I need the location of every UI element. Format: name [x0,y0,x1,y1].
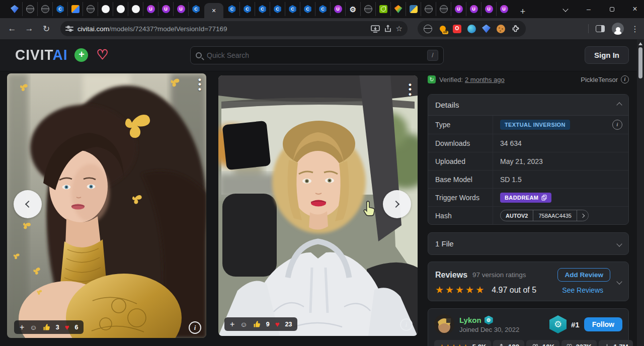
forward-button[interactable]: → [22,22,36,36]
url-text[interactable]: civitai.com/models/72437?modelVersionId=… [77,25,367,33]
emoji-icon[interactable]: ☺ [240,320,247,328]
reaction-bar[interactable]: + ☺ 9 ♥ 23 [224,317,297,331]
pinned-tab-civitai-icon[interactable]: C [285,2,300,16]
pinned-tab-github-icon[interactable] [113,2,128,16]
image-menu-icon[interactable]: ••• [198,77,201,92]
pinned-tab-globe-icon[interactable] [421,2,436,16]
copy-icon[interactable] [541,195,547,201]
restore-button[interactable] [608,5,616,13]
carousel-next-button[interactable] [383,190,411,218]
thumbs-up-icon[interactable] [253,320,261,328]
browser-menu-icon[interactable]: ⋮ [631,24,639,34]
page-scrollbar[interactable] [637,39,644,346]
reload-button[interactable]: ↻ [39,22,53,36]
install-icon[interactable] [371,25,380,33]
sign-in-button[interactable]: Sign In [585,46,629,64]
active-tab-close-icon[interactable]: × [204,3,223,18]
hash-pill[interactable]: AUTOV2 758AAC4435 [500,210,589,221]
civitai-logo[interactable]: CIVITAI [15,47,67,63]
pinned-tab-u-purple-icon[interactable]: U [173,2,188,16]
trigger-word-badge[interactable]: BADDREAM [500,193,551,203]
thumbs-up-icon[interactable] [43,323,50,331]
format-info-icon[interactable] [621,75,629,83]
pinned-tab-civitai-icon[interactable]: C [255,2,270,16]
reaction-bar[interactable]: + ☺ 3 ♥ 6 [14,320,84,334]
scrollbar-thumb[interactable] [638,47,642,78]
pinned-tab-civitai-icon[interactable]: C [52,2,67,16]
files-accordion[interactable]: 1 File [428,232,629,255]
favorites-heart-icon[interactable]: ♡ [96,48,108,62]
quick-search[interactable]: / [190,46,444,64]
flame-off-extension-icon[interactable] [438,25,447,33]
pinned-tab-u-purple-icon[interactable]: U [481,2,496,16]
image-info-icon[interactable] [189,321,201,334]
pinned-tab-u-purple-icon[interactable]: U [330,2,345,16]
site-info-icon[interactable] [65,26,73,32]
pinned-tab-globe-icon[interactable] [22,2,37,16]
heart-icon[interactable]: ♥ [65,323,69,331]
pinned-tab-civitai-icon[interactable]: C [315,2,330,16]
image-info-icon[interactable] [400,318,413,331]
detail-row-type: Type TEXTUAL INVERSION [428,116,628,134]
pinned-tab-civitai-icon[interactable]: C [239,2,255,16]
image-menu-icon[interactable]: ••• [409,82,412,97]
gem-extension-icon[interactable] [482,25,491,33]
emoji-icon[interactable]: ☺ [30,323,37,331]
creator-avatar[interactable] [434,314,454,334]
pinned-tab-u-purple-icon[interactable]: U [496,2,511,16]
heart-icon[interactable]: ♥ [275,320,280,328]
add-reaction-icon[interactable]: + [20,323,24,332]
red-o-extension-icon[interactable]: O [453,25,461,33]
cookie-extension-icon[interactable] [497,25,505,33]
pinned-tab-gem-color-icon[interactable] [390,2,406,16]
close-button[interactable]: × [631,5,639,13]
pinned-tab-github-icon[interactable] [98,2,113,16]
teal-circle-extension-icon[interactable] [467,25,476,33]
creator-name[interactable]: Lykon [459,316,481,324]
pinned-tab-globe-icon[interactable] [83,2,98,16]
profile-avatar[interactable] [612,23,624,35]
pinned-tab-civitai-icon[interactable]: C [188,2,203,16]
hash-value[interactable]: 758AAC4435 [533,210,576,221]
pinned-tab-u-purple-icon[interactable]: U [451,2,466,16]
share-icon[interactable] [384,25,392,33]
pinned-tab-gear-icon[interactable]: ⚙ [345,2,360,16]
follow-button[interactable]: Follow [584,317,622,331]
pinned-tab-civitai-icon[interactable]: C [224,2,239,16]
pinned-tab-nvidia-icon[interactable] [375,2,390,16]
side-panel-icon[interactable] [596,25,605,32]
pinned-tab-globe-icon[interactable] [360,2,375,16]
type-badge[interactable]: TEXTUAL INVERSION [500,120,570,130]
pinned-tab-u-purple-icon[interactable]: U [143,2,158,16]
stat-downloads: 1.7M [599,340,633,346]
extensions-puzzle-icon[interactable] [511,25,520,33]
tab-search-chevron-icon[interactable] [561,5,570,13]
carousel-prev-button[interactable] [14,190,42,218]
details-accordion-header[interactable]: Details [428,95,628,115]
pinned-tab-gem-blue-icon[interactable] [7,2,22,16]
pinned-tab-civitai-icon[interactable]: C [300,2,315,16]
scroll-up-arrow[interactable] [638,42,642,45]
hash-expand-button[interactable] [577,210,588,221]
bookmark-star-icon[interactable]: ☆ [396,24,403,33]
pinned-tab-github-icon[interactable] [128,2,143,16]
pinned-tab-python-icon[interactable] [406,2,421,16]
search-input[interactable] [207,51,422,59]
new-tab-button[interactable]: + [516,5,529,18]
verified-time-link[interactable]: 2 months ago [465,76,505,83]
pinned-tab-globe-icon[interactable] [37,2,52,16]
create-plus-button[interactable]: + [74,48,88,62]
pinned-tab-app-grid-icon[interactable] [67,2,83,16]
add-review-button[interactable]: Add Review [557,268,610,282]
pinned-tab-civitai-icon[interactable]: C [270,2,285,16]
back-button[interactable]: ← [5,22,19,36]
globe-extension-icon[interactable] [424,25,432,33]
see-reviews-link[interactable]: See Reviews [562,286,603,294]
pinned-tab-globe-icon[interactable] [436,2,451,16]
minimize-button[interactable]: – [585,5,593,13]
address-bar[interactable]: civitai.com/models/72437?modelVersionId=… [60,21,408,36]
pinned-tab-u-purple-icon[interactable]: U [158,2,173,16]
add-reaction-icon[interactable]: + [230,320,234,329]
pinned-tab-u-purple-icon[interactable]: U [466,2,481,16]
type-info-icon[interactable] [612,120,622,130]
